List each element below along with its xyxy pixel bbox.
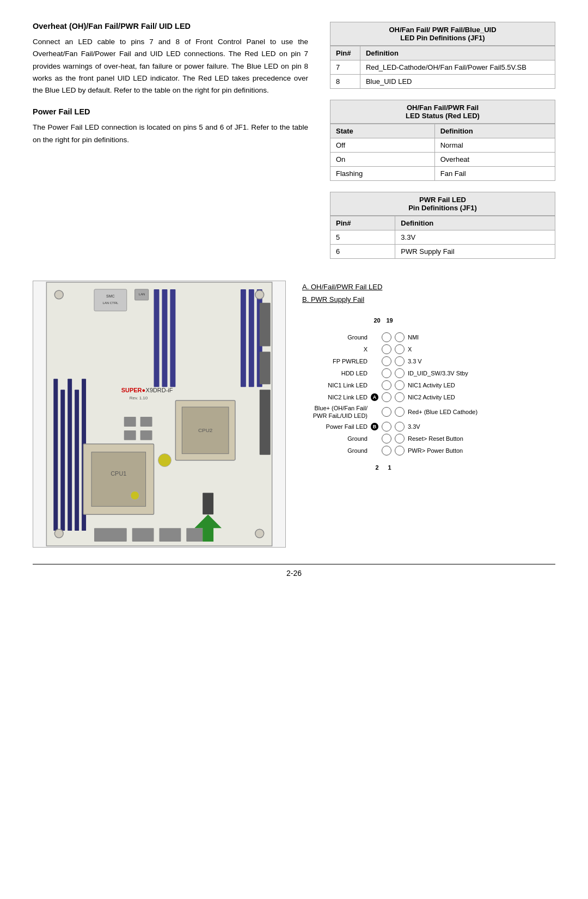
svg-rect-18	[94, 289, 127, 311]
pin-circle-left	[382, 356, 391, 366]
pin-label-right: Red+ (Blue LED Cathode)	[408, 408, 555, 416]
pin-circle-left	[382, 332, 391, 342]
pin-row: NIC1 Link LEDNIC1 Activity LED	[302, 379, 555, 391]
svg-rect-33	[94, 528, 127, 542]
pin-circle-right	[395, 380, 405, 390]
state-def: Overheat	[434, 153, 555, 167]
pin-row: NIC2 Link LEDANIC2 Activity LED	[302, 391, 555, 403]
state: Flashing	[330, 167, 435, 181]
pin-num: 5	[330, 230, 395, 245]
pin-label-right: NIC1 Activity LED	[408, 381, 555, 389]
svg-rect-3	[68, 379, 72, 531]
svg-rect-38	[203, 493, 213, 514]
state: On	[330, 153, 435, 167]
pin-bottom-pair: 2 1	[371, 464, 396, 471]
svg-text:SUPER●: SUPER●	[121, 387, 145, 393]
table-row: FlashingFan Fail	[330, 167, 555, 181]
pin-col-19: 19	[386, 317, 393, 324]
svg-rect-2	[60, 390, 65, 531]
pin-def: Red_LED-Cathode/OH/Fan Fail/Power Fail5.…	[360, 60, 555, 75]
pin-def: 3.3V	[395, 230, 555, 245]
led-status-header: OH/Fan Fail/PWR Fail LED Status (Red LED…	[330, 100, 555, 124]
pin-label-left: NIC1 Link LED	[302, 381, 367, 389]
pin-rows-container: GroundNMIXXFP PWRLED3.3 VHDD LEDID_UID_S…	[302, 331, 555, 457]
pin-label-left: Blue+ (OH/Fan Fail/ PWR FaiL/UID LED)	[302, 404, 367, 420]
pin-bottom-1: 1	[388, 464, 391, 471]
pin-def-table1-col1-header: Pin#	[330, 46, 360, 60]
pin-row: XX	[302, 343, 555, 355]
pin-circle-left	[382, 380, 391, 390]
pin-def-table1-wrapper: OH/Fan Fail/ PWR Fail/Blue_UID LED Pin D…	[330, 22, 555, 89]
pin-label-right: Reset> Reset Button	[408, 435, 555, 442]
pin-row: GroundReset> Reset Button	[302, 433, 555, 445]
pin-marker: B	[371, 423, 378, 430]
svg-text:SMC: SMC	[106, 294, 115, 298]
pin-row: HDD LEDID_UID_SW/3.3V Stby	[302, 367, 555, 379]
svg-text:CPU2: CPU2	[198, 427, 213, 433]
svg-rect-29	[140, 430, 152, 440]
led-status-table: State Definition OffNormalOnOverheatFlas…	[330, 124, 555, 181]
svg-rect-13	[162, 289, 167, 387]
pin-circle-left	[382, 344, 391, 354]
svg-rect-31	[260, 351, 271, 384]
svg-rect-26	[124, 417, 136, 427]
led-status-table-wrapper: OH/Fan Fail/PWR Fail LED Status (Red LED…	[330, 100, 555, 181]
svg-point-44	[255, 529, 264, 538]
pin-circle-right	[395, 392, 405, 402]
pin-circle-right	[395, 407, 405, 417]
svg-point-40	[131, 491, 139, 500]
svg-rect-27	[140, 417, 152, 427]
svg-rect-1	[53, 379, 58, 531]
pin-label-left: Ground	[302, 333, 367, 341]
overheat-body: Connect an LED cable to pins 7 and 8 of …	[33, 36, 308, 96]
pin-def-table1: Pin# Definition 7Red_LED-Cathode/OH/Fan …	[330, 46, 555, 89]
pin-diagram-column: A. OH/Fail/PWR Fail LED B. PWR Supply Fa…	[302, 281, 555, 548]
pin-circle-left	[382, 434, 391, 444]
overheat-title: Overheat (OH)/Fan Fail/PWR Fail/ UID LED	[33, 22, 308, 31]
diagram-labels: A. OH/Fail/PWR Fail LED B. PWR Supply Fa…	[302, 281, 555, 306]
svg-text:X9DRD-iF: X9DRD-iF	[146, 387, 173, 393]
svg-point-43	[54, 529, 63, 538]
pin-label-right: NMI	[408, 333, 555, 341]
svg-rect-34	[132, 528, 154, 542]
pin-circle-right	[395, 332, 405, 342]
pin-def: PWR Supply Fail	[395, 245, 555, 259]
pin-circle-left	[382, 407, 391, 417]
svg-text:LAN: LAN	[139, 293, 145, 296]
pin-label-left: Power Fail LED	[302, 423, 367, 430]
motherboard-diagram: CPU1 CPU2 SMC LAN CTRL	[33, 281, 286, 548]
pin-bottom-numbers: 2 1	[302, 463, 555, 473]
table-row: OffNormal	[330, 138, 555, 153]
pin-label-left: Ground	[302, 447, 367, 454]
motherboard-svg: CPU1 CPU2 SMC LAN CTRL	[33, 281, 285, 547]
pin-label-left: HDD LED	[302, 369, 367, 377]
table-row: 7Red_LED-Cathode/OH/Fan Fail/Power Fail5…	[330, 60, 555, 75]
svg-text:CPU1: CPU1	[111, 470, 126, 477]
svg-rect-35	[160, 528, 181, 542]
pin-label-right: X	[408, 345, 555, 353]
pin-label-right: NIC2 Activity LED	[408, 393, 555, 401]
pin-col-20: 20	[373, 317, 380, 324]
pin-marker: A	[371, 393, 378, 401]
table-row: 6PWR Supply Fail	[330, 245, 555, 259]
pin-circle-right	[395, 344, 405, 354]
svg-rect-36	[186, 528, 203, 542]
svg-point-41	[54, 290, 63, 299]
pwr-fail-table-wrapper: PWR Fail LED Pin Definitions (JF1) Pin# …	[330, 192, 555, 259]
svg-rect-30	[260, 303, 271, 347]
pwr-fail-col2-header: Definition	[395, 216, 555, 230]
top-section: Overheat (OH)/Fan Fail/PWR Fail/ UID LED…	[33, 22, 555, 259]
pin-def-table1-col2-header: Definition	[360, 46, 555, 60]
pin-label-left: X	[302, 345, 367, 353]
page-footer: 2-26	[33, 564, 555, 578]
power-fail-section: Power Fail LED The Power Fail LED connec…	[33, 107, 308, 146]
diagram-label-a: A. OH/Fail/PWR Fail LED	[302, 281, 555, 293]
left-column: Overheat (OH)/Fan Fail/PWR Fail/ UID LED…	[33, 22, 308, 259]
pin-circle-left	[382, 422, 391, 432]
pin-col-numbers: 20 19	[371, 317, 396, 324]
pin-row: FP PWRLED3.3 V	[302, 355, 555, 367]
pin-row: GroundPWR> Power Button	[302, 445, 555, 457]
pin-circle-right	[395, 446, 405, 455]
table-row: 53.3V	[330, 230, 555, 245]
pin-label-left: FP PWRLED	[302, 357, 367, 365]
